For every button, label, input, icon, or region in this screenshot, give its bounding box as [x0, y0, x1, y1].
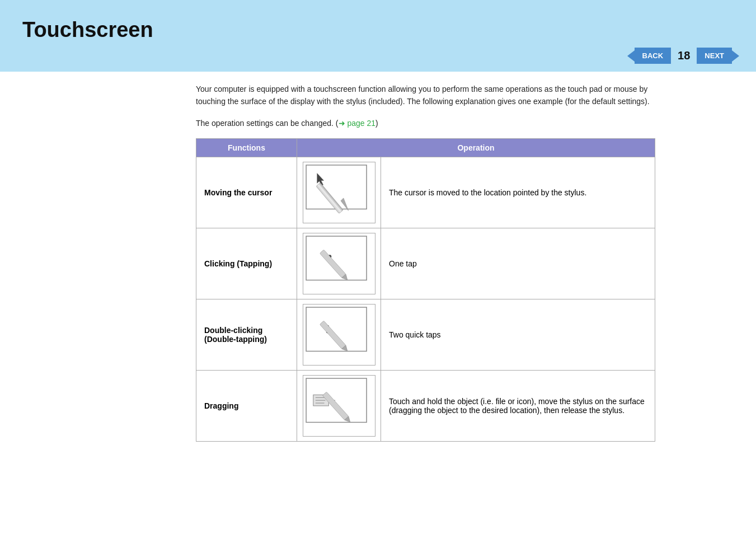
description-2: One tap: [381, 228, 655, 299]
svg-rect-8: [306, 307, 367, 352]
stylus-image-4: [297, 371, 381, 442]
stylus-image-3: [297, 299, 381, 371]
table-row: Moving the cursor: [196, 157, 655, 228]
page-link[interactable]: page 21: [347, 119, 375, 128]
svg-rect-4: [306, 236, 367, 280]
next-arrow-icon: [732, 50, 739, 62]
function-label-1: Moving the cursor: [196, 157, 297, 228]
function-label-2: Clicking (Tapping): [196, 228, 297, 299]
intro-paragraph-1: Your computer is equipped with a touchsc…: [196, 83, 655, 108]
col-header-functions: Functions: [196, 139, 297, 157]
description-3: Two quick taps: [381, 299, 655, 371]
nav-next-group[interactable]: NEXT: [697, 48, 739, 64]
table-row: Clicking (Tapping) One t: [196, 228, 655, 299]
stylus-image-1: [297, 157, 381, 228]
arrow-icon: ➜: [339, 119, 348, 128]
page-header: Touchscreen BACK 18 NEXT: [0, 0, 756, 72]
function-label-4: Dragging: [196, 371, 297, 442]
intro-text2: The operation settings can be changed. (: [196, 119, 339, 128]
function-label-3: Double-clicking (Double-tapping): [196, 299, 297, 371]
touchscreen-table: Functions Operation Moving the cursor: [196, 138, 655, 442]
main-content: Your computer is equipped with a touchsc…: [0, 72, 756, 464]
stylus-image-2: [297, 228, 381, 299]
col-header-operation: Operation: [297, 139, 655, 157]
description-4: Touch and hold the object (i.e. file or …: [381, 371, 655, 442]
next-button[interactable]: NEXT: [697, 48, 732, 64]
back-arrow-icon: [627, 50, 635, 62]
nav-back-group[interactable]: BACK: [627, 48, 672, 64]
table-row: Dragging: [196, 371, 655, 442]
description-1: The cursor is moved to the location poin…: [381, 157, 655, 228]
nav-bar: BACK 18 NEXT: [17, 48, 739, 72]
intro-text3: ): [375, 119, 378, 128]
page-number: 18: [674, 49, 693, 62]
page-title: Touchscreen: [17, 10, 739, 42]
table-row: Double-clicking (Double-tapping): [196, 299, 655, 371]
intro-paragraph-2: The operation settings can be changed. (…: [196, 117, 655, 129]
back-button[interactable]: BACK: [635, 48, 672, 64]
